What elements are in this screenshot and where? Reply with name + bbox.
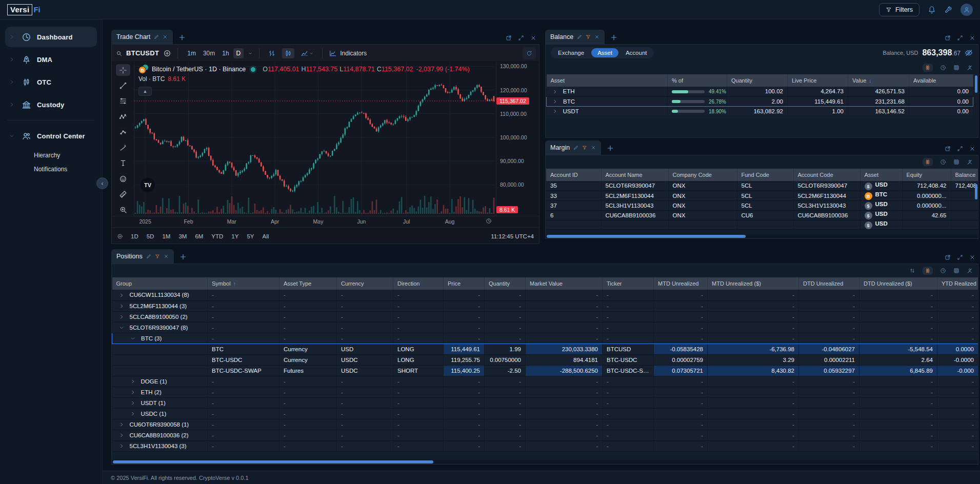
margin-column-header[interactable]: Balance (951, 169, 978, 181)
timeframe-button-30m[interactable]: 30m (200, 48, 218, 58)
filter-funnel-icon[interactable] (586, 34, 591, 39)
range-button-All[interactable]: All (259, 232, 273, 241)
popout-icon[interactable] (945, 254, 951, 260)
positions-column-header[interactable]: YTD Realized (937, 277, 978, 290)
balance-view-asset[interactable]: Asset (591, 48, 618, 57)
positions-column-header[interactable]: DTD Unrealized ($) (859, 277, 937, 290)
positions-group-row[interactable]: 5CLOT6R9390047 (8)------------- (112, 322, 978, 333)
sidebar-item-control-center[interactable]: Control Center (5, 126, 97, 146)
positions-column-header[interactable]: MTD Unrealized (654, 277, 708, 290)
expand-row-icon[interactable] (551, 89, 559, 94)
margin-column-header[interactable]: Asset (860, 169, 902, 181)
balance-view-exchange[interactable]: Exchange (552, 48, 590, 57)
popout-icon[interactable] (506, 35, 512, 41)
ruler-icon[interactable] (116, 188, 130, 200)
profile-settings-icon[interactable] (967, 65, 973, 71)
zoom-in-icon[interactable] (116, 204, 130, 216)
positions-column-header[interactable]: Ticker (603, 277, 654, 290)
fullscreen-icon[interactable] (957, 254, 963, 260)
edit-icon[interactable] (573, 145, 578, 150)
tab-positions[interactable]: Positions (111, 249, 174, 264)
expand-group-icon[interactable] (117, 314, 126, 319)
add-tab-button[interactable] (178, 33, 186, 42)
positions-column-header[interactable]: Symbol↑ (208, 277, 279, 290)
balance-column-header[interactable]: Asset (547, 74, 668, 87)
positions-group-row[interactable]: USDT (1)------------- (112, 397, 978, 408)
indicators-button[interactable]: Indicators (329, 49, 367, 57)
range-button-3M[interactable]: 3M (175, 232, 190, 241)
pattern-icon[interactable] (116, 111, 130, 123)
positions-group-row[interactable]: DOGE (1)------------- (112, 376, 978, 387)
positions-column-header[interactable]: MTD Unrealized ($) (708, 277, 799, 290)
fullscreen-icon[interactable] (518, 35, 524, 41)
candles-style-button[interactable] (282, 48, 294, 58)
add-tab-button[interactable] (610, 33, 618, 42)
sidebar-collapse-button[interactable]: ‹ (96, 177, 108, 189)
chart-plot[interactable]: B Bitcoin / TetherUS · 1D · Binance O117… (134, 62, 496, 216)
columns-icon[interactable] (923, 267, 933, 275)
positions-data-row-BTC-USDC[interactable]: BTC-USDCCurrencyUSDCLONG119,255.750.0075… (112, 354, 978, 365)
margin-column-header[interactable]: Fund Code (737, 169, 793, 181)
balance-row-USDT[interactable]: USDT18.90%163,082.921.00163,146.520.00 (547, 106, 973, 116)
close-panel-icon[interactable] (969, 146, 975, 152)
columns-icon[interactable] (923, 158, 933, 166)
horizontal-scrollbar[interactable] (547, 235, 746, 238)
close-panel-icon[interactable] (969, 254, 975, 260)
margin-column-header[interactable]: Account Code (793, 169, 860, 181)
edit-icon[interactable] (577, 34, 582, 39)
trend-icon[interactable] (116, 79, 130, 91)
add-tab-button[interactable] (179, 253, 187, 261)
positions-group-row[interactable]: ETH (2)------------- (112, 387, 978, 397)
margin-row-35[interactable]: 355CLOT6R9390047ONX5CL5CLOT6R9390047$USD… (546, 181, 978, 191)
close-panel-icon[interactable] (530, 35, 536, 41)
positions-group-row[interactable]: CU6OT6R9390058 (1)------------- (112, 419, 978, 430)
range-button-5D[interactable]: 5D (143, 232, 158, 241)
timeframe-caret-icon[interactable] (248, 51, 253, 56)
positions-column-header[interactable]: Direction (393, 277, 444, 290)
timeframe-button-1h[interactable]: 1h (219, 48, 232, 58)
chart-clock[interactable]: 11:12:45 UTC+4 (491, 233, 534, 239)
positions-data-row-BTC[interactable]: BTCCurrencyUSDLONG115,449.611.99230,033.… (112, 344, 978, 354)
positions-column-header[interactable]: Group (112, 277, 208, 290)
positions-group-row[interactable]: CU6CW1L1130034 (8)------------- (112, 290, 978, 300)
app-logo[interactable]: Versi Fi (7, 4, 41, 15)
positions-group-row[interactable]: 5CLCA8B9100050 (2)------------- (112, 311, 978, 322)
close-icon[interactable] (163, 34, 168, 39)
hide-balance-eye-icon[interactable] (965, 49, 973, 57)
chart-refresh-button[interactable] (523, 47, 536, 59)
legend-collapse-button[interactable]: ▲ (138, 87, 152, 96)
range-button-6M[interactable]: 6M (191, 232, 207, 241)
expand-group-icon[interactable] (117, 433, 126, 438)
range-button-1M[interactable]: 1M (158, 232, 174, 241)
expand-group-icon[interactable] (117, 422, 126, 427)
smiley-icon[interactable] (116, 173, 130, 185)
sidebar-item-otc[interactable]: OTC (5, 72, 97, 92)
edit-icon[interactable] (146, 254, 151, 259)
close-panel-icon[interactable] (969, 35, 975, 41)
positions-group-row[interactable]: 5CL2M6F1130044 (3)------------- (112, 300, 978, 311)
popout-icon[interactable] (945, 146, 951, 152)
expand-row-icon[interactable] (551, 99, 559, 104)
expand-group-icon[interactable] (129, 400, 137, 406)
margin-column-header[interactable]: Account Name (601, 169, 668, 181)
balance-column-header[interactable]: Value↓ (848, 74, 909, 87)
positions-column-header[interactable]: DTD Unrealized (799, 277, 859, 290)
profile-settings-icon[interactable] (967, 159, 973, 165)
positions-column-header[interactable]: Currency (337, 277, 393, 290)
history-clock-icon[interactable] (940, 65, 946, 71)
filter-funnel-icon[interactable] (582, 145, 587, 150)
close-icon[interactable] (164, 254, 169, 259)
margin-row-6[interactable]: 6CU6CA8B9100036ONXCU6CU6CA8B9100036$USD4… (546, 210, 978, 220)
positions-column-header[interactable]: Market Value (526, 277, 603, 290)
tab-margin[interactable]: Margin (545, 140, 601, 155)
tab-balance[interactable]: Balance (545, 30, 605, 44)
bars-style-button[interactable] (266, 48, 278, 58)
grid-icon[interactable] (953, 159, 959, 165)
expand-group-icon[interactable] (129, 379, 137, 384)
popout-icon[interactable] (945, 35, 951, 41)
balance-row-BTC[interactable]: BTC26.78%2.00115,449.61231,231.680.00 (547, 96, 973, 106)
positions-group-row[interactable]: USDC (1)------------- (112, 408, 978, 419)
margin-column-header[interactable]: Company Code (668, 169, 737, 181)
timeframe-button-D[interactable]: D (233, 48, 244, 58)
balance-row-ETH[interactable]: ETH49.41%100.024,264.73426,571.530.00 (547, 87, 973, 96)
